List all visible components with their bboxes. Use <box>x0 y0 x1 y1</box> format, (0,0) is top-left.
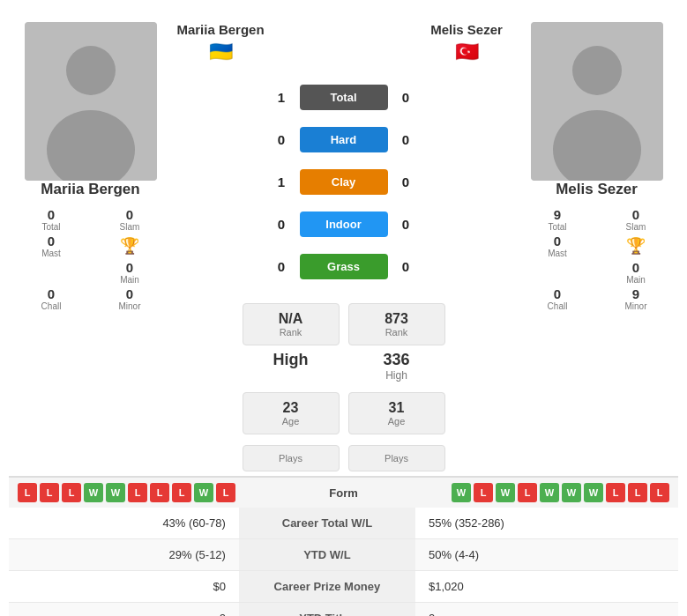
right-total-value: 9 <box>522 207 594 222</box>
right-plays-box: Plays <box>348 445 445 471</box>
form-badge-w: W <box>540 483 559 502</box>
right-mast-stat: 0 Mast <box>522 234 594 258</box>
left-total-value: 0 <box>16 207 87 222</box>
form-badge-l: L <box>628 483 647 502</box>
right-high-label: High <box>385 369 407 382</box>
court-row-indoor: 0 Indoor 0 <box>168 204 519 243</box>
court-left-score-indoor: 0 <box>271 217 293 232</box>
left-mast-stat: 0 Mast <box>16 234 87 258</box>
left-chall-value: 0 <box>16 286 87 301</box>
form-badge-w: W <box>496 483 515 502</box>
right-age-box: 31 Age <box>348 392 445 434</box>
right-chall-label: Chall <box>522 301 594 311</box>
stat-center-label: YTD W/L <box>239 539 415 571</box>
right-chall-value: 0 <box>522 286 594 301</box>
stat-right-val: 0 <box>415 603 678 617</box>
stat-center-label: YTD Titles <box>239 603 415 617</box>
left-rank-box: N/A Rank <box>243 303 340 345</box>
left-trophy-icon: 🏆 <box>94 234 166 258</box>
left-slam-label: Slam <box>94 222 166 232</box>
court-right-score-indoor: 0 <box>395 217 417 232</box>
right-mast-value: 0 <box>522 234 594 249</box>
right-player-card: Melis Sezer 9 Total 0 Slam 0 Mast 🏆 <box>519 22 674 311</box>
court-right-score-grass: 0 <box>395 259 417 274</box>
stats-table-row: 29% (5-12) YTD W/L 50% (4-4) <box>9 539 678 571</box>
right-minor-label: Minor <box>601 301 672 311</box>
left-age-box: 23 Age <box>243 392 340 434</box>
stats-table: 43% (60-78) Career Total W/L 55% (352-28… <box>9 508 678 616</box>
right-player-stats: 9 Total 0 Slam 0 Mast 🏆 0 Main <box>522 207 672 311</box>
right-chall-stat: 0 Chall <box>522 286 594 311</box>
left-minor-value: 0 <box>94 286 166 301</box>
left-rank-value: N/A <box>257 311 325 327</box>
stat-left-val: 43% (60-78) <box>9 508 239 539</box>
form-badge-l: L <box>518 483 537 502</box>
form-badge-l: L <box>62 483 81 502</box>
court-left-score-total: 1 <box>271 90 293 105</box>
form-badge-l: L <box>474 483 493 502</box>
right-main-value: 0 <box>601 260 672 275</box>
form-badge-l: L <box>650 483 669 502</box>
form-row: LLLWWLLLWL Form WLWLWWWLLL <box>9 476 678 508</box>
stats-table-row: 0 YTD Titles 0 <box>9 603 678 617</box>
form-badge-l: L <box>40 483 59 502</box>
left-chall-stat: 0 Chall <box>16 286 87 311</box>
form-badge-l: L <box>216 483 235 502</box>
form-badge-w: W <box>452 483 471 502</box>
left-main-label: Main <box>94 275 166 285</box>
court-row-total: 1 Total 0 <box>168 78 519 116</box>
court-right-score-total: 0 <box>395 90 417 105</box>
court-btn-total[interactable]: Total <box>300 85 388 110</box>
left-age-label: Age <box>257 416 325 427</box>
left-name-header: Mariia Bergen <box>176 22 265 37</box>
court-btn-indoor[interactable]: Indoor <box>300 212 388 237</box>
plays-row: Plays Plays <box>243 440 445 471</box>
form-center-label: Form <box>282 486 406 500</box>
top-section: Mariia Bergen 0 Total 0 Slam 0 Mast 🏆 <box>9 9 678 476</box>
court-right-score-hard: 0 <box>395 132 417 147</box>
left-player-stats: 0 Total 0 Slam 0 Mast 🏆 0 Main <box>16 207 166 311</box>
court-btn-clay[interactable]: Clay <box>300 169 388 195</box>
left-player-avatar <box>25 22 157 181</box>
age-row: 23 Age 31 Age <box>243 387 445 434</box>
stat-right-val: $1,020 <box>415 571 678 603</box>
left-total-label: Total <box>16 222 87 232</box>
court-left-score-clay: 1 <box>271 174 293 189</box>
stat-left-val: $0 <box>9 571 239 603</box>
right-minor-stat: 9 Minor <box>601 286 672 311</box>
left-high-box: High <box>243 351 340 382</box>
right-player-avatar <box>531 22 663 181</box>
form-badge-l: L <box>150 483 169 502</box>
form-badge-l: L <box>606 483 625 502</box>
svg-point-4 <box>572 46 622 95</box>
form-badge-w: W <box>194 483 213 502</box>
right-rank-value: 873 <box>362 311 431 327</box>
stat-right-val: 50% (4-4) <box>415 539 678 571</box>
left-mast-label: Mast <box>16 249 87 258</box>
stat-left-val: 0 <box>9 603 239 617</box>
left-chall-label: Chall <box>16 301 87 311</box>
right-high-box: 336 High <box>348 351 445 382</box>
court-btn-hard[interactable]: Hard <box>300 127 388 152</box>
high-row: High 336 High <box>243 351 445 382</box>
right-name-header: Melis Sezer <box>422 22 511 37</box>
left-rank-label: Rank <box>257 327 325 338</box>
left-slam-stat: 0 Slam <box>94 207 166 232</box>
left-minor-stat: 0 Minor <box>94 286 166 311</box>
stat-left-val: 29% (5-12) <box>9 539 239 571</box>
left-player-name: Mariia Bergen <box>41 181 139 198</box>
left-plays-label: Plays <box>257 453 325 464</box>
left-slam-value: 0 <box>94 207 166 222</box>
right-trophy-icon: 🏆 <box>601 234 672 258</box>
stat-center-label: Career Prize Money <box>239 571 415 603</box>
court-row-grass: 0 Grass 0 <box>168 247 519 286</box>
left-mast-value: 0 <box>16 234 87 249</box>
court-row-hard: 0 Hard 0 <box>168 120 519 159</box>
left-minor-label: Minor <box>94 301 166 311</box>
form-badge-w: W <box>106 483 125 502</box>
stat-right-val: 55% (352-286) <box>415 508 678 539</box>
svg-point-1 <box>66 46 116 95</box>
right-slam-value: 0 <box>601 207 672 222</box>
right-slam-label: Slam <box>601 222 672 232</box>
court-btn-grass[interactable]: Grass <box>300 254 388 279</box>
